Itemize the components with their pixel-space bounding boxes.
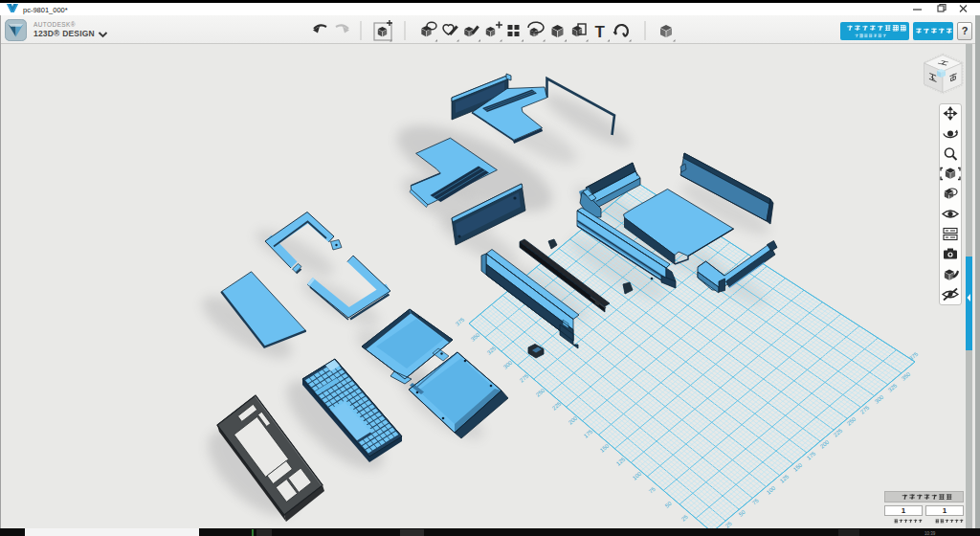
svg-text:T: T xyxy=(595,23,606,41)
